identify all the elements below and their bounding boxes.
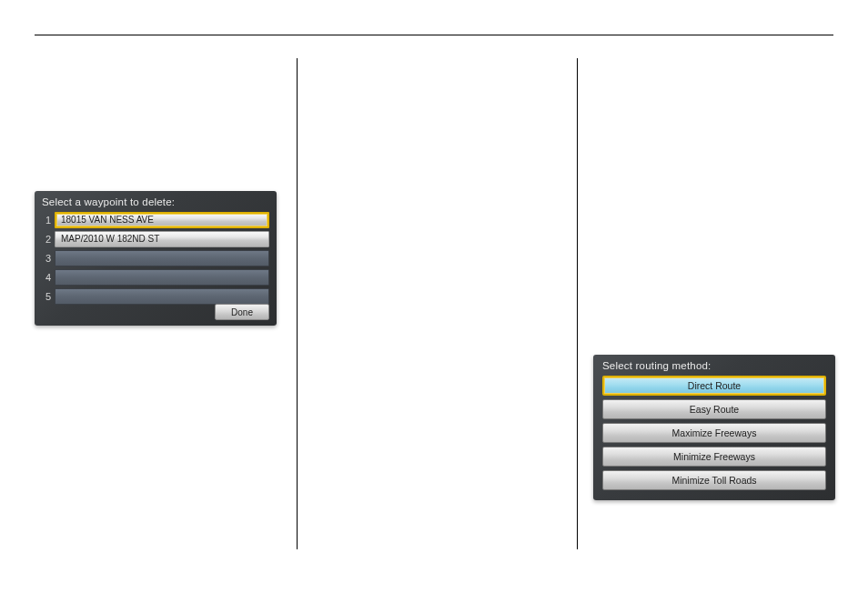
waypoint-num-2: 2 bbox=[42, 234, 55, 245]
waypoint-item-4[interactable] bbox=[55, 269, 269, 286]
waypoint-item-1[interactable]: 18015 VAN NESS AVE bbox=[55, 212, 269, 228]
waypoint-item-3[interactable] bbox=[55, 250, 269, 266]
waypoint-num-5: 5 bbox=[42, 291, 55, 302]
waypoint-num-4: 4 bbox=[42, 272, 55, 283]
waypoint-num-1: 1 bbox=[42, 215, 55, 226]
route-option-minimize-freeways[interactable]: Minimize Freeways bbox=[602, 447, 826, 467]
done-button[interactable]: Done bbox=[215, 304, 269, 320]
waypoint-delete-screen: Select a waypoint to delete: 1 18015 VAN… bbox=[35, 191, 277, 326]
route-option-minimize-toll-roads[interactable]: Minimize Toll Roads bbox=[602, 470, 826, 490]
page-rule bbox=[35, 35, 833, 35]
screen2-title: Select routing method: bbox=[602, 360, 826, 371]
waypoint-row-2: 2 MAP/2010 W 182ND ST bbox=[42, 230, 269, 247]
route-option-direct[interactable]: Direct Route bbox=[602, 376, 826, 396]
waypoint-num-3: 3 bbox=[42, 253, 55, 264]
column-divider-2 bbox=[577, 58, 578, 549]
waypoint-item-2[interactable]: MAP/2010 W 182ND ST bbox=[55, 231, 269, 247]
waypoint-row-1: 1 18015 VAN NESS AVE bbox=[42, 211, 269, 228]
waypoint-row-3: 3 bbox=[42, 249, 269, 266]
waypoint-row-5: 5 bbox=[42, 287, 269, 305]
waypoint-item-5[interactable] bbox=[55, 288, 269, 305]
screen1-title: Select a waypoint to delete: bbox=[42, 196, 269, 207]
waypoint-row-4: 4 bbox=[42, 268, 269, 286]
route-option-easy[interactable]: Easy Route bbox=[602, 399, 826, 419]
column-divider-1 bbox=[297, 58, 298, 549]
routing-method-screen: Select routing method: Direct Route Easy… bbox=[593, 355, 835, 500]
route-option-maximize-freeways[interactable]: Maximize Freeways bbox=[602, 423, 826, 443]
